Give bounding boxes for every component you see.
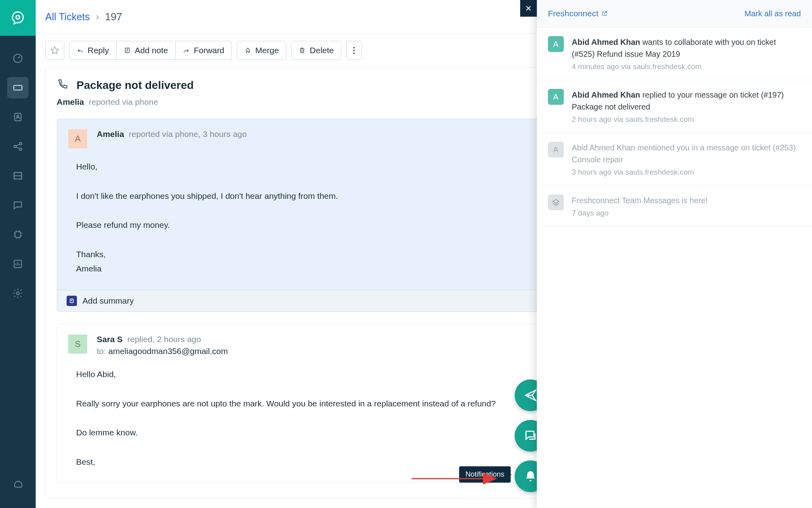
mark-all-read-link[interactable]: Mark all as read	[745, 9, 801, 18]
sidebar	[0, 0, 36, 508]
nav-automation-icon[interactable]	[7, 224, 29, 245]
notif-meta: 4 minutes ago via sauls.freshdesk.com	[572, 62, 801, 71]
add-summary-label: Add summary	[82, 296, 134, 306]
logo[interactable]	[0, 0, 36, 36]
notification-item[interactable]: A Abid Ahmed Khan mentioned you in a mes…	[537, 133, 812, 186]
external-link-icon	[601, 10, 608, 17]
merge-button[interactable]: Merge	[237, 41, 287, 60]
forward-icon	[183, 47, 190, 54]
to-label: to:	[97, 346, 106, 356]
trash-icon	[299, 47, 306, 54]
nav-solutions-icon[interactable]	[7, 165, 29, 187]
note-icon	[124, 47, 131, 54]
nav-chat-icon[interactable]	[7, 194, 29, 216]
nav-freshworks-icon[interactable]	[7, 475, 29, 496]
svg-point-12	[353, 47, 355, 48]
delete-label: Delete	[310, 46, 334, 55]
notif-brand-link[interactable]: Freshconnect	[548, 9, 608, 18]
notif-actor: Abid Ahmed Khan	[572, 143, 635, 152]
merge-icon	[244, 47, 251, 54]
notif-meta: 2 hours ago via sauls.freshdesk.com	[572, 115, 801, 124]
forward-button[interactable]: Forward	[176, 41, 232, 60]
chevron-right-icon: ›	[96, 11, 99, 23]
nav-contacts-icon[interactable]	[7, 106, 29, 128]
merge-label: Merge	[255, 46, 279, 55]
more-button[interactable]	[346, 41, 362, 60]
msg-author: Amelia	[97, 129, 124, 139]
nav-dashboard-icon[interactable]	[7, 48, 29, 69]
breadcrumb-ticket-id: 197	[105, 11, 122, 23]
msg-meta: replied, 2 hours ago	[127, 335, 201, 344]
svg-rect-8	[15, 232, 21, 237]
notif-meta: 3 hours ago via sauls.freshdesk.com	[572, 168, 801, 177]
notif-actor: Abid Ahmed Khan	[572, 38, 640, 46]
svg-point-10	[17, 292, 19, 295]
notification-item[interactable]: A Abid Ahmed Khan wants to collaborate w…	[537, 27, 812, 80]
annotation-arrow	[412, 471, 503, 487]
notif-actor: Abid Ahmed Khan	[572, 90, 640, 99]
star-button[interactable]	[45, 41, 64, 60]
avatar: S	[68, 335, 87, 354]
msg-meta: reported via phone, 3 hours ago	[129, 129, 247, 139]
reply-label: Reply	[88, 46, 109, 55]
notifications-panel: Freshconnect Mark all as read A Abid Ahm…	[537, 0, 812, 508]
ticket-title: Package not delivered	[77, 79, 194, 92]
reply-button[interactable]: Reply	[69, 41, 117, 60]
reply-icon	[77, 47, 84, 54]
svg-rect-2	[14, 85, 22, 90]
notif-avatar: A	[548, 36, 564, 52]
add-note-button[interactable]: Add note	[117, 41, 176, 60]
nav-analytics-icon[interactable]	[7, 253, 29, 275]
svg-point-13	[353, 50, 355, 51]
notif-avatar: A	[548, 89, 564, 105]
to-email: ameliagoodman356@gmail.com	[108, 346, 228, 356]
summary-icon	[67, 296, 77, 306]
svg-point-0	[16, 15, 20, 19]
nav-social-icon[interactable]	[7, 136, 29, 157]
breadcrumb-root[interactable]: All Tickets	[45, 11, 90, 23]
forward-label: Forward	[194, 46, 224, 55]
svg-point-4	[17, 115, 19, 117]
notification-item[interactable]: Freshconnect Team Messages is here! 7 da…	[537, 186, 812, 227]
notif-avatar: A	[548, 142, 564, 158]
nav-tickets-icon[interactable]	[7, 77, 29, 98]
close-button[interactable]	[520, 0, 537, 17]
notif-body: Freshconnect Team Messages is here!	[572, 194, 708, 206]
msg-author: Sara S	[97, 335, 123, 344]
reporter-name: Amelia	[57, 97, 84, 106]
add-note-label: Add note	[135, 46, 168, 55]
nav-settings-icon[interactable]	[7, 283, 29, 304]
phone-icon	[57, 79, 69, 92]
svg-point-14	[353, 52, 355, 54]
delete-button[interactable]: Delete	[291, 41, 341, 60]
avatar: A	[68, 129, 87, 148]
notif-avatar-system	[548, 194, 564, 210]
reporter-via: reported via phone	[89, 97, 158, 106]
notification-item[interactable]: A Abid Ahmed Khan replied to your messag…	[537, 80, 812, 133]
notif-meta: 7 days ago	[572, 209, 708, 217]
